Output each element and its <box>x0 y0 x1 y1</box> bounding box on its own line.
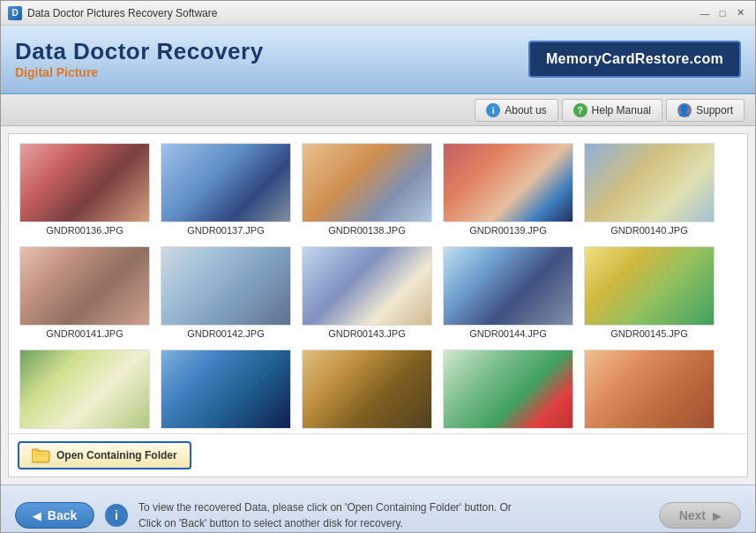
photo-filename: GNDR00137.JPG <box>187 225 264 236</box>
list-item[interactable]: GNDR00144.JPG <box>443 246 573 339</box>
next-chevron-icon <box>713 508 721 522</box>
support-icon: 👤 <box>677 103 692 117</box>
photo-thumbnail <box>19 349 150 429</box>
list-item[interactable]: GNDR00138.JPG <box>302 143 432 236</box>
info-icon: i <box>486 103 500 117</box>
minimize-button[interactable]: — <box>697 5 713 21</box>
next-label: Next <box>679 508 706 522</box>
back-button[interactable]: Back <box>15 502 94 529</box>
folder-icon <box>32 447 51 463</box>
about-us-button[interactable]: i About us <box>475 99 558 122</box>
support-label: Support <box>696 104 733 116</box>
photo-thumbnail <box>161 246 291 326</box>
photo-filename: GNDR00143.JPG <box>328 328 405 339</box>
photo-thumbnail <box>161 143 291 222</box>
close-button[interactable]: ✕ <box>732 5 748 21</box>
bottom-info-icon: i <box>105 504 128 527</box>
photo-thumbnail <box>443 246 573 326</box>
photo-thumbnail <box>19 246 150 326</box>
nav-bar: i About us ? Help Manual 👤 Support <box>1 94 755 126</box>
list-item[interactable]: GNDR00142.JPG <box>161 246 291 339</box>
photo-thumbnail <box>584 349 715 429</box>
list-item[interactable]: GNDR00141.JPG <box>19 246 150 339</box>
photo-row: GNDR00141.JPGGNDR00142.JPGGNDR00143.JPGG… <box>19 246 737 339</box>
app-header: Data Doctor Recovery Digital Picture Mem… <box>1 26 755 94</box>
list-item[interactable]: GNDR00139.JPG <box>443 143 573 236</box>
app-title-main: Data Doctor Recovery <box>15 39 264 64</box>
photo-thumbnail <box>443 143 573 222</box>
list-item[interactable]: GNDR00140.JPG <box>584 143 715 236</box>
app-icon: D <box>8 6 22 20</box>
photo-thumbnail <box>443 349 573 429</box>
main-content: GNDR00136.JPGGNDR00137.JPGGNDR00138.JPGG… <box>8 133 748 477</box>
bottom-info-text: To view the recovered Data, please click… <box>138 499 648 531</box>
back-label: Back <box>48 508 77 522</box>
bottom-bar: Back i To view the recovered Data, pleas… <box>1 484 755 533</box>
photo-filename: GNDR00136.JPG <box>46 225 123 236</box>
support-button[interactable]: 👤 Support <box>666 99 745 122</box>
photo-row: GNDR00136.JPGGNDR00137.JPGGNDR00138.JPGG… <box>19 143 737 236</box>
photo-thumbnail <box>19 143 150 222</box>
photo-thumbnail <box>584 143 715 222</box>
title-bar-left: D Data Doctor Pictures Recovery Software <box>8 6 217 20</box>
photo-filename: GNDR00144.JPG <box>469 328 546 339</box>
list-item[interactable]: GNDR00137.JPG <box>161 143 291 236</box>
window-title: Data Doctor Pictures Recovery Software <box>27 7 217 19</box>
photo-thumbnail <box>302 143 432 222</box>
photo-thumbnail <box>302 349 432 429</box>
photo-filename: GNDR00139.JPG <box>469 225 546 236</box>
about-us-label: About us <box>505 104 546 116</box>
title-bar-controls: — □ ✕ <box>697 5 748 21</box>
list-item[interactable]: GNDR00149.JPG <box>443 349 573 433</box>
photo-thumbnail <box>584 246 715 326</box>
help-manual-label: Help Manual <box>592 104 651 116</box>
open-folder-label: Open Containing Folder <box>56 449 177 462</box>
title-bar: D Data Doctor Pictures Recovery Software… <box>1 1 755 26</box>
photo-filename: GNDR00142.JPG <box>187 328 264 339</box>
list-item[interactable]: GNDR00148.JPG <box>302 349 432 433</box>
bottom-info-line1: To view the recovered Data, please click… <box>138 501 512 514</box>
help-icon: ? <box>573 103 588 117</box>
photo-row: GNDR00146.JPGGNDR00147.JPGGNDR00148.JPGG… <box>19 349 737 433</box>
photo-filename: GNDR00141.JPG <box>46 328 123 339</box>
list-item[interactable]: GNDR00147.JPG <box>161 349 291 433</box>
svg-rect-2 <box>33 452 49 462</box>
photo-filename: GNDR00138.JPG <box>328 225 405 236</box>
help-manual-button[interactable]: ? Help Manual <box>562 99 662 122</box>
app-title-block: Data Doctor Recovery Digital Picture <box>15 39 264 80</box>
app-title-sub: Digital Picture <box>15 65 264 79</box>
app-logo: MemoryCardRestore.com <box>528 41 741 78</box>
action-bar: Open Containing Folder <box>9 433 747 477</box>
list-item[interactable]: GNDR00136.JPG <box>19 143 150 236</box>
photo-thumbnail <box>302 246 432 326</box>
open-folder-button[interactable]: Open Containing Folder <box>18 441 191 469</box>
list-item[interactable]: GNDR00145.JPG <box>584 246 715 339</box>
bottom-info-line2: Click on 'Back' button to select another… <box>138 517 403 529</box>
photo-filename: GNDR00145.JPG <box>610 328 687 339</box>
photo-filename: GNDR00140.JPG <box>610 225 687 236</box>
list-item[interactable]: GNDR00150.JPG <box>584 349 715 433</box>
maximize-button[interactable]: □ <box>715 5 730 21</box>
photo-grid[interactable]: GNDR00136.JPGGNDR00137.JPGGNDR00138.JPGG… <box>9 134 747 433</box>
svg-rect-3 <box>34 454 48 455</box>
list-item[interactable]: GNDR00146.JPG <box>19 349 150 433</box>
next-button[interactable]: Next <box>659 502 741 529</box>
photo-thumbnail <box>161 349 291 429</box>
back-chevron-icon <box>33 508 41 522</box>
list-item[interactable]: GNDR00143.JPG <box>302 246 432 339</box>
